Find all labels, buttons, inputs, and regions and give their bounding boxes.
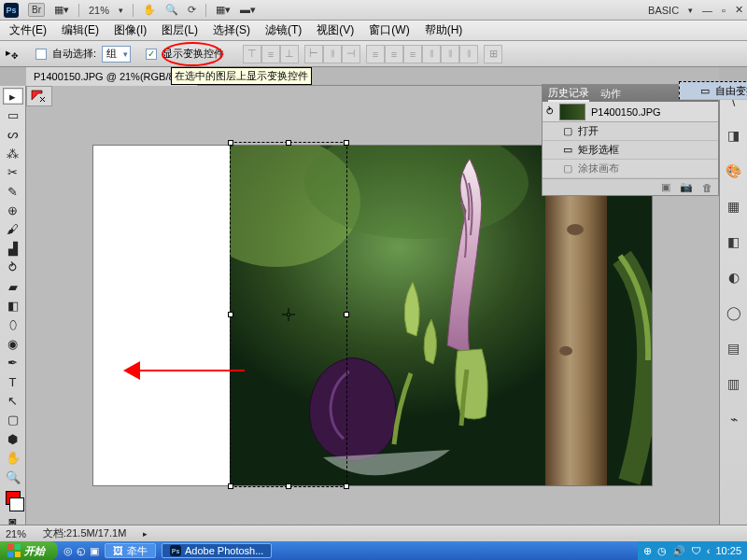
shape-tool-icon[interactable]: ▢ [3, 412, 23, 428]
rotate-icon[interactable]: ⟳ [188, 4, 196, 16]
autoselect-checkbox[interactable] [35, 49, 47, 60]
canvas[interactable] [93, 146, 652, 485]
dist-4-icon[interactable]: ⫴ [422, 45, 441, 63]
ql-1-icon[interactable]: ◎ [63, 545, 73, 557]
tool-preset-icon[interactable] [26, 86, 52, 106]
dist-2-icon[interactable]: ≡ [385, 45, 403, 63]
menu-help[interactable]: 帮助(H) [421, 21, 467, 40]
clock[interactable]: 10:25 [715, 545, 741, 556]
history-item-paint[interactable]: ▢涂抹画布 [543, 160, 718, 178]
history-source[interactable]: ⥁ P1400150.JPG [543, 102, 718, 122]
align-hcenter-icon[interactable]: ⫴ [323, 45, 342, 63]
menu-filter[interactable]: 滤镜(T) [261, 21, 305, 40]
tray-net-icon[interactable]: ◷ [657, 545, 667, 557]
workspace-switcher[interactable]: BASIC [648, 5, 679, 16]
transform-center-icon[interactable] [282, 308, 295, 321]
brush-tool-icon[interactable]: 🖌 [3, 221, 23, 238]
task-1[interactable]: 🖼牵牛 [105, 543, 156, 558]
align-bottom-icon[interactable]: ⊥ [280, 45, 299, 63]
menu-layer[interactable]: 图层(L) [158, 21, 202, 40]
hand-icon[interactable]: ✋ [143, 4, 156, 16]
minimize-icon[interactable]: — [702, 5, 712, 16]
history-item-marquee[interactable]: ▭矩形选框 [543, 141, 718, 160]
layers-panel-icon[interactable]: ▤ [724, 338, 744, 358]
status-zoom[interactable]: 21% [6, 528, 26, 539]
document-tabs: P1400150.JPG @ 21%(RGB/8) × [26, 67, 719, 86]
background-color[interactable] [9, 497, 24, 511]
swatches-panel-icon[interactable]: ▦ [724, 196, 744, 217]
eraser-tool-icon[interactable]: ▰ [3, 278, 23, 295]
status-doc[interactable]: 文档:21.5M/17.1M [43, 526, 126, 540]
history-panel[interactable]: 历史记录 动作 ▸▸ ▣ ⥁ P1400150.JPG ▢打开 ▭矩形选框 ▭自… [542, 84, 719, 196]
menu-select[interactable]: 选择(S) [209, 21, 254, 40]
marquee-tool-icon[interactable]: ▭ [3, 106, 23, 123]
screenmode-icon[interactable]: ▬▾ [240, 4, 256, 16]
dodge-tool-icon[interactable]: ◉ [3, 335, 23, 352]
autoselect-label: 自动选择: [52, 47, 96, 61]
trash-icon[interactable]: 🗑 [702, 182, 712, 193]
menu-edit[interactable]: 编辑(E) [58, 21, 103, 40]
wand-tool-icon[interactable]: ⁂ [3, 145, 23, 161]
start-button[interactable]: 开始 [0, 541, 58, 560]
align-right-icon[interactable]: ⊣ [342, 45, 360, 63]
pen-tool-icon[interactable]: ✒ [3, 354, 23, 371]
dist-3-icon[interactable]: ≡ [403, 45, 422, 63]
autoselect-dropdown[interactable]: 组 [102, 46, 131, 63]
ql-2-icon[interactable]: ◵ [77, 545, 86, 557]
dist-5-icon[interactable]: ⫴ [441, 45, 459, 63]
menu-file[interactable]: 文件(E) [6, 21, 50, 40]
historybrush-tool-icon[interactable]: ⥁ [3, 259, 23, 276]
tray-lang-icon[interactable]: ⊕ [643, 545, 652, 557]
align-vcenter-icon[interactable]: ≡ [261, 45, 280, 63]
menu-image[interactable]: 图像(I) [110, 21, 150, 40]
actions-tab[interactable]: 动作 [600, 87, 621, 101]
snapshot-icon[interactable]: 📷 [680, 181, 693, 193]
maximize-icon[interactable]: ▫ [722, 5, 726, 16]
align-top-icon[interactable]: ⊤ [243, 45, 261, 63]
dist-1-icon[interactable]: ≡ [366, 45, 385, 63]
brush-icon: ⥁ [546, 105, 554, 118]
zoom-display[interactable]: 21% [89, 5, 109, 16]
navigator-panel-icon[interactable]: ◨ [724, 125, 744, 146]
blur-tool-icon[interactable]: ⬯ [3, 316, 23, 333]
history-tab[interactable]: 历史记录 [548, 85, 589, 102]
tray-vol-icon[interactable]: 🔊 [672, 545, 685, 557]
channels-panel-icon[interactable]: ▥ [724, 373, 744, 394]
eyedropper-tool-icon[interactable]: ✎ [3, 183, 23, 200]
hand-tool-icon[interactable]: ✋ [3, 449, 23, 466]
bridge-icon[interactable]: Br [28, 3, 45, 17]
styles-panel-icon[interactable]: ◧ [724, 231, 744, 252]
type-tool-icon[interactable]: T [3, 373, 23, 390]
crop-tool-icon[interactable]: ✂ [3, 164, 23, 181]
dist-6-icon[interactable]: ⫴ [459, 45, 478, 63]
menu-view[interactable]: 视图(V) [313, 21, 358, 40]
autoalign-icon[interactable]: ⊞ [484, 45, 502, 63]
tray-expand-icon[interactable]: ‹ [707, 545, 711, 556]
history-item-open[interactable]: ▢打开 [543, 122, 718, 141]
masks-panel-icon[interactable]: ◯ [724, 302, 744, 323]
color-panel-icon[interactable]: 🎨 [724, 161, 744, 181]
ql-3-icon[interactable]: ▣ [90, 545, 99, 557]
close-icon[interactable]: ✕ [735, 4, 743, 16]
menu-window[interactable]: 窗口(W) [365, 21, 413, 40]
transform-selection[interactable] [230, 142, 347, 487]
heal-tool-icon[interactable]: ⊕ [3, 202, 23, 218]
tray-shield-icon[interactable]: 🛡 [691, 545, 701, 556]
task-photoshop[interactable]: PsAdobe Photosh... [162, 543, 272, 558]
stamp-tool-icon[interactable]: ▟ [3, 240, 23, 257]
showcontrols-checkbox[interactable]: ✓ [146, 49, 157, 60]
adjustments-panel-icon[interactable]: ◐ [724, 267, 744, 287]
align-left-icon[interactable]: ⊢ [304, 45, 323, 63]
path-tool-icon[interactable]: ↖ [3, 392, 23, 409]
newdoc-icon[interactable]: ▣ [661, 181, 670, 193]
viewmode-icon[interactable]: ▦▾ [54, 4, 69, 16]
zoom-tool-icon[interactable]: 🔍 [3, 469, 23, 485]
3d-tool-icon[interactable]: ⬢ [3, 430, 23, 447]
paths-panel-icon[interactable]: ⌁ [724, 409, 744, 429]
history-item-transform[interactable]: ▭自由变换 [679, 81, 747, 100]
arrange-icon[interactable]: ▦▾ [216, 4, 231, 16]
lasso-tool-icon[interactable]: ᔕ [3, 126, 23, 143]
gradient-tool-icon[interactable]: ◧ [3, 297, 23, 314]
move-tool-icon[interactable]: ▸ [3, 88, 23, 105]
zoomtool-icon[interactable]: 🔍 [165, 4, 178, 16]
